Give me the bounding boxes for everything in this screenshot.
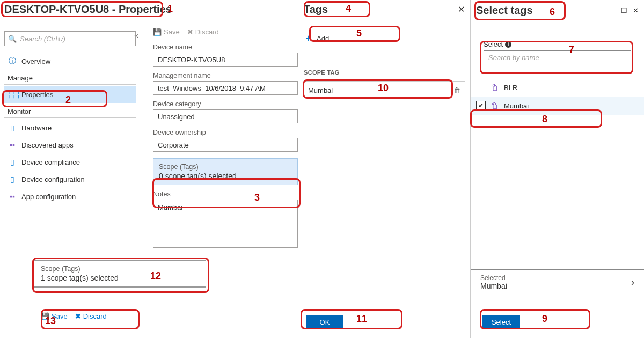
category-input[interactable]: Unassigned (153, 109, 298, 123)
annotation-box-12 (32, 258, 209, 293)
apps-icon: ▪▪ (8, 141, 17, 149)
search-input[interactable]: 🔍 Search (Ctrl+/) (4, 31, 136, 46)
sidebar-item-label: Device configuration (21, 175, 85, 183)
divider (4, 117, 136, 118)
annotation-box-4 (304, 1, 370, 17)
field-label-category: Device category (153, 100, 298, 108)
selected-label: Selected (480, 274, 507, 282)
sidebar-item-device-configuration[interactable]: ▯ Device configuration (4, 171, 136, 188)
tag-icon: 🏷 (491, 102, 499, 109)
field-label-mgmt-name: Management name (153, 72, 298, 79)
mgmt-name-input[interactable]: test_Windows_10/6/2018_9:47 AM (153, 81, 298, 95)
divider (4, 84, 136, 85)
annotation-num-5: 5 (356, 28, 362, 39)
tag-option-label: BLR (504, 84, 517, 92)
annotation-num-9: 9 (542, 313, 547, 325)
annotation-num-6: 6 (550, 6, 555, 18)
annotation-box-11 (301, 309, 402, 329)
annotation-box-1 (1, 1, 163, 17)
annotation-num-3: 3 (254, 192, 260, 203)
sidebar-item-label: Discovered apps (21, 141, 74, 149)
sidebar-item-discovered-apps[interactable]: ▪▪ Discovered apps (4, 136, 136, 153)
trash-icon[interactable]: 🗑 (453, 86, 460, 94)
annotation-box-3 (152, 178, 301, 208)
device-config-icon: ▯ (8, 175, 17, 183)
maximize-icon[interactable]: ☐ (621, 6, 627, 14)
sidebar-item-overview[interactable]: ⓘ Overview (4, 53, 136, 70)
hardware-icon: ▯ (8, 123, 17, 132)
annotation-box-5 (309, 26, 400, 42)
chevron-right-icon: › (631, 277, 634, 288)
annotation-num-10: 10 (378, 83, 389, 94)
field-label-device-name: Device name (153, 43, 298, 51)
checkbox-icon[interactable] (476, 83, 486, 92)
selected-tags-summary[interactable]: Selected Mumbai › (471, 269, 644, 295)
tag-icon: 🏷 (491, 84, 499, 91)
sidebar-item-label: App configuration (21, 193, 76, 201)
discard-icon: ✖ (187, 28, 193, 36)
annotation-num-1: 1 (167, 3, 173, 14)
app-config-icon: ▪▪ (8, 192, 17, 201)
annotation-num-7: 7 (569, 44, 574, 55)
discard-button-disabled[interactable]: ✖Discard (187, 28, 219, 36)
sidebar-section-manage: Manage (4, 70, 136, 84)
annotation-box-8 (470, 109, 602, 128)
search-placeholder: Search (Ctrl+/) (20, 35, 65, 43)
search-icon: 🔍 (8, 35, 17, 43)
sidebar-item-hardware[interactable]: ▯ Hardware (4, 119, 136, 136)
tag-option-label: Mumbai (504, 102, 529, 110)
form-toolbar: 💾Save ✖Discard (153, 28, 298, 36)
close-icon[interactable]: ✕ (633, 6, 639, 14)
annotation-box-7 (480, 41, 633, 74)
selected-value: Mumbai (480, 282, 507, 290)
annotation-num-8: 8 (542, 114, 547, 125)
save-icon: 💾 (153, 28, 162, 36)
sidebar-item-label: Hardware (21, 124, 52, 132)
annotation-num-12: 12 (150, 270, 161, 282)
sidebar-item-device-compliance[interactable]: ▯ Device compliance (4, 153, 136, 171)
tag-option-blr[interactable]: 🏷 BLR (471, 78, 644, 97)
annotation-num-2: 2 (65, 94, 71, 106)
annotation-num-13: 13 (45, 315, 56, 327)
scope-label: Scope (Tags) (159, 163, 292, 171)
sidebar-item-label: Device compliance (21, 158, 80, 166)
device-name-input[interactable]: DESKTOP-KTVO5U8 (153, 53, 298, 67)
scope-tag-section-label: SCOPE TAG (304, 69, 465, 76)
compliance-icon: ▯ (8, 158, 17, 166)
close-icon[interactable]: ✕ (458, 4, 465, 14)
annotation-box-2 (2, 90, 107, 107)
sidebar-item-label: Overview (21, 57, 50, 65)
annotation-num-4: 4 (346, 3, 351, 14)
annotation-box-9 (480, 309, 590, 329)
annotation-num-11: 11 (356, 313, 367, 325)
sidebar: 🔍 Search (Ctrl+/) ⓘ Overview Manage ╎╎╎ … (4, 31, 136, 205)
info-icon: ⓘ (8, 56, 17, 66)
form-column: 💾Save ✖Discard Device name DESKTOP-KTVO5… (153, 28, 298, 248)
save-label: Save (164, 28, 180, 36)
sidebar-item-app-configuration[interactable]: ▪▪ App configuration (4, 188, 136, 205)
ownership-input[interactable]: Corporate (153, 138, 298, 152)
discard-label: Discard (195, 28, 219, 36)
save-button-disabled[interactable]: 💾Save (153, 28, 180, 36)
field-label-ownership: Device ownership (153, 129, 298, 136)
